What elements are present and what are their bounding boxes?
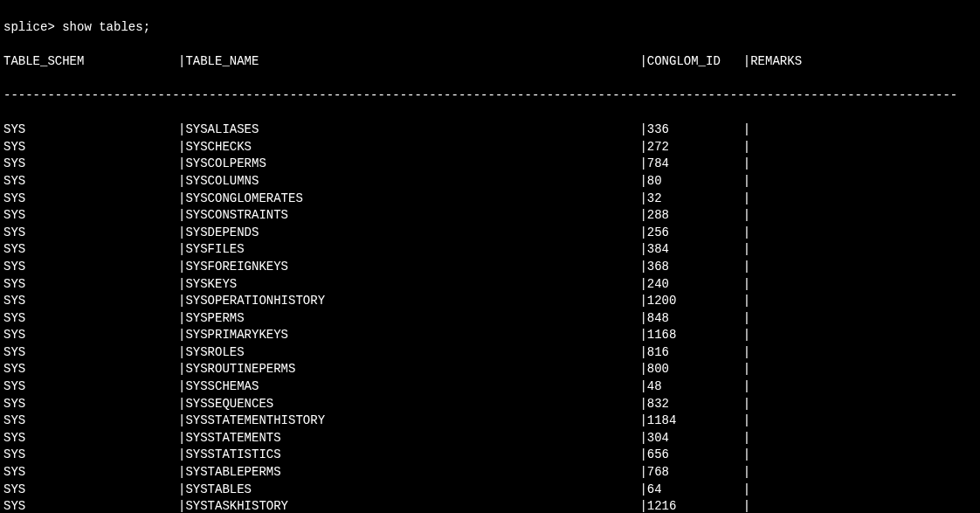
pipe-icon: |: [178, 260, 185, 274]
cell-id: 800: [647, 361, 743, 378]
cell-id: 1184: [647, 412, 743, 430]
pipe-icon: |: [639, 191, 646, 205]
cell-name: SYSSTATEMENTS: [185, 430, 639, 447]
pipe-icon: |: [178, 174, 185, 188]
cell-id: 32: [647, 191, 743, 208]
pipe-icon: |: [639, 328, 646, 342]
pipe-icon: |: [743, 260, 750, 274]
pipe-icon: |: [743, 379, 750, 393]
cell-schem: SYS: [3, 276, 178, 294]
pipe-icon: |: [743, 311, 750, 325]
cell-name: SYSCOLPERMS: [185, 156, 639, 173]
pipe-icon: |: [178, 482, 185, 496]
cell-name: SYSPERMS: [185, 310, 639, 328]
pipe-icon: |: [639, 277, 646, 291]
pipe-icon: |: [639, 242, 646, 256]
pipe-icon: |: [178, 345, 185, 359]
pipe-icon: |: [178, 379, 185, 393]
cell-name: SYSCONGLOMERATES: [185, 191, 639, 208]
table-row: SYS|SYSCOLUMNS|80|: [3, 173, 977, 191]
cell-id: 256: [647, 225, 743, 242]
pipe-icon: |: [639, 482, 646, 496]
pipe-icon: |: [639, 345, 646, 359]
cell-id: 832: [647, 396, 743, 413]
pipe-icon: |: [178, 140, 185, 154]
cell-id: 272: [647, 139, 743, 156]
cell-name: SYSCOLUMNS: [185, 173, 639, 191]
pipe-icon: |: [639, 397, 646, 411]
pipe-icon: |: [639, 294, 646, 308]
pipe-icon: |: [743, 465, 750, 479]
cell-id: 816: [647, 344, 743, 362]
pipe-icon: |: [743, 328, 750, 342]
pipe-icon: |: [743, 277, 750, 291]
table-row: SYS|SYSKEYS|240|: [3, 276, 977, 294]
cell-schem: SYS: [3, 173, 178, 191]
cell-name: SYSCONSTRAINTS: [185, 207, 639, 225]
table-header: TABLE_SCHEM|TABLE_NAME|CONGLOM_ID|REMARK…: [3, 53, 977, 71]
pipe-icon: |: [178, 122, 185, 136]
pipe-icon: |: [178, 225, 185, 239]
table-row: SYS|SYSROUTINEPERMS|800|: [3, 361, 977, 378]
pipe-icon: |: [178, 465, 185, 479]
pipe-icon: |: [178, 328, 185, 342]
pipe-icon: |: [743, 54, 750, 68]
pipe-icon: |: [743, 499, 750, 513]
pipe-icon: |: [178, 277, 185, 291]
cell-id: 768: [647, 464, 743, 482]
table-row: SYS|SYSOPERATIONHISTORY|1200|: [3, 293, 977, 310]
pipe-icon: |: [743, 397, 750, 411]
pipe-icon: |: [178, 242, 185, 256]
pipe-icon: |: [178, 431, 185, 445]
cell-name: SYSPRIMARYKEYS: [185, 327, 639, 344]
table-row: SYS|SYSTASKHISTORY|1216|: [3, 498, 977, 513]
cell-id: 784: [647, 156, 743, 173]
terminal-output: splice> show tables; TABLE_SCHEM|TABLE_N…: [3, 2, 977, 513]
pipe-icon: |: [639, 140, 646, 154]
header-conglom: CONGLOM_ID: [647, 53, 743, 71]
cell-schem: SYS: [3, 139, 178, 156]
cell-id: 384: [647, 241, 743, 259]
table-row: SYS|SYSSEQUENCES|832|: [3, 396, 977, 413]
cell-schem: SYS: [3, 259, 178, 276]
pipe-icon: |: [178, 208, 185, 222]
pipe-icon: |: [639, 225, 646, 239]
pipe-icon: |: [639, 156, 646, 170]
cell-id: 848: [647, 310, 743, 328]
table-row: SYS|SYSFOREIGNKEYS|368|: [3, 259, 977, 276]
cell-id: 80: [647, 173, 743, 191]
cell-schem: SYS: [3, 447, 178, 464]
table-row: SYS|SYSROLES|816|: [3, 344, 977, 362]
pipe-icon: |: [743, 431, 750, 445]
pipe-icon: |: [743, 482, 750, 496]
pipe-icon: |: [743, 140, 750, 154]
table-row: SYS|SYSSTATEMENTHISTORY|1184|: [3, 412, 977, 430]
pipe-icon: |: [639, 54, 646, 68]
cell-name: SYSSTATISTICS: [185, 447, 639, 464]
table-row: SYS|SYSTABLES|64|: [3, 482, 977, 499]
pipe-icon: |: [639, 447, 646, 461]
cell-id: 240: [647, 276, 743, 294]
pipe-icon: |: [743, 156, 750, 170]
cell-name: SYSDEPENDS: [185, 225, 639, 242]
pipe-icon: |: [639, 413, 646, 427]
cell-schem: SYS: [3, 225, 178, 242]
cell-schem: SYS: [3, 310, 178, 328]
cell-schem: SYS: [3, 156, 178, 173]
pipe-icon: |: [178, 413, 185, 427]
pipe-icon: |: [743, 362, 750, 376]
table-row: SYS|SYSTABLEPERMS|768|: [3, 464, 977, 482]
cell-name: SYSROLES: [185, 344, 639, 362]
pipe-icon: |: [639, 122, 646, 136]
cell-schem: SYS: [3, 430, 178, 447]
table-row: SYS|SYSCHECKS|272|: [3, 139, 977, 156]
cell-id: 64: [647, 482, 743, 499]
pipe-icon: |: [178, 362, 185, 376]
cell-id: 1200: [647, 293, 743, 310]
command-prompt: splice> show tables;: [3, 19, 977, 37]
pipe-icon: |: [743, 345, 750, 359]
pipe-icon: |: [178, 156, 185, 170]
pipe-icon: |: [743, 413, 750, 427]
cell-schem: SYS: [3, 191, 178, 208]
cell-name: SYSCHECKS: [185, 139, 639, 156]
